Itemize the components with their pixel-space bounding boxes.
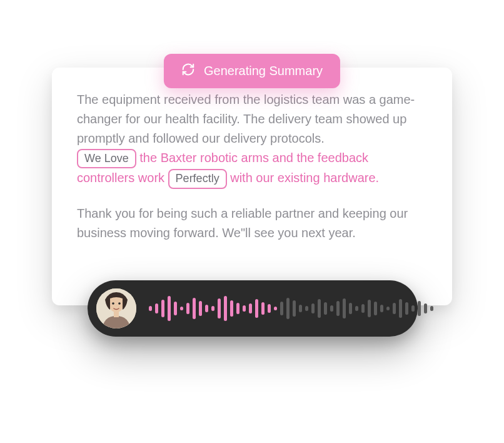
refresh-icon	[181, 63, 195, 79]
waveform-bar	[405, 302, 408, 315]
waveform-bar	[168, 296, 171, 321]
highlight-part2: with our existing hardware.	[227, 171, 379, 185]
waveform-bar	[249, 303, 252, 313]
summary-card: The equipment received from the logistic…	[52, 68, 452, 305]
waveform-bar	[199, 301, 202, 316]
waveform-bar	[155, 303, 158, 313]
waveform-bar	[180, 307, 183, 310]
waveform-bar	[149, 306, 152, 311]
audio-player[interactable]	[88, 280, 418, 337]
sentiment-pill-perfectly: Perfectly	[168, 169, 227, 188]
waveform-bar	[380, 305, 383, 312]
waveform-bar	[311, 303, 315, 313]
waveform-bar	[330, 305, 333, 312]
waveform[interactable]	[149, 280, 433, 337]
waveform-bar	[243, 305, 246, 312]
waveform-bar	[224, 296, 227, 321]
waveform-bar	[205, 305, 208, 312]
waveform-bar	[361, 304, 365, 313]
waveform-bar	[230, 300, 233, 317]
waveform-bar	[211, 306, 214, 311]
waveform-bar	[186, 303, 189, 314]
waveform-bar	[368, 300, 371, 317]
waveform-bar	[318, 299, 321, 318]
waveform-bar	[274, 307, 277, 310]
waveform-bar	[424, 303, 427, 313]
waveform-bar	[399, 299, 402, 318]
summary-p1: The equipment received from the logistic…	[77, 93, 415, 145]
waveform-bar	[411, 305, 415, 312]
waveform-bar	[324, 302, 327, 315]
waveform-bar	[343, 298, 346, 318]
waveform-bar	[355, 306, 358, 311]
svg-rect-4	[114, 311, 119, 317]
waveform-bar	[255, 299, 258, 318]
highlight-sentence: We Love the Baxter robotic arms and the …	[77, 151, 379, 185]
waveform-bar	[393, 303, 396, 314]
waveform-bar	[174, 302, 177, 315]
waveform-bar	[305, 306, 308, 311]
waveform-bar	[280, 302, 283, 315]
waveform-bar	[236, 303, 239, 314]
summary-p2: Thank you for being such a reliable part…	[77, 206, 408, 240]
waveform-bar	[374, 302, 377, 315]
waveform-bar	[268, 304, 271, 313]
svg-point-2	[112, 302, 114, 305]
waveform-bar	[261, 302, 265, 315]
waveform-bar	[418, 301, 421, 316]
waveform-bar	[293, 300, 296, 317]
avatar	[96, 288, 136, 328]
waveform-bar	[218, 298, 221, 318]
summary-body: The equipment received from the logistic…	[77, 90, 427, 243]
waveform-bar	[299, 305, 302, 312]
waveform-bar	[430, 306, 433, 311]
waveform-bar	[193, 298, 196, 319]
svg-point-3	[118, 302, 121, 305]
generating-summary-badge: Generating Summary	[164, 54, 340, 88]
badge-label: Generating Summary	[204, 64, 323, 78]
waveform-bar	[286, 298, 290, 319]
waveform-bar	[161, 300, 164, 317]
sentiment-pill-love: We Love	[77, 149, 136, 168]
waveform-bar	[336, 301, 340, 316]
waveform-bar	[349, 303, 352, 314]
waveform-bar	[386, 307, 390, 310]
